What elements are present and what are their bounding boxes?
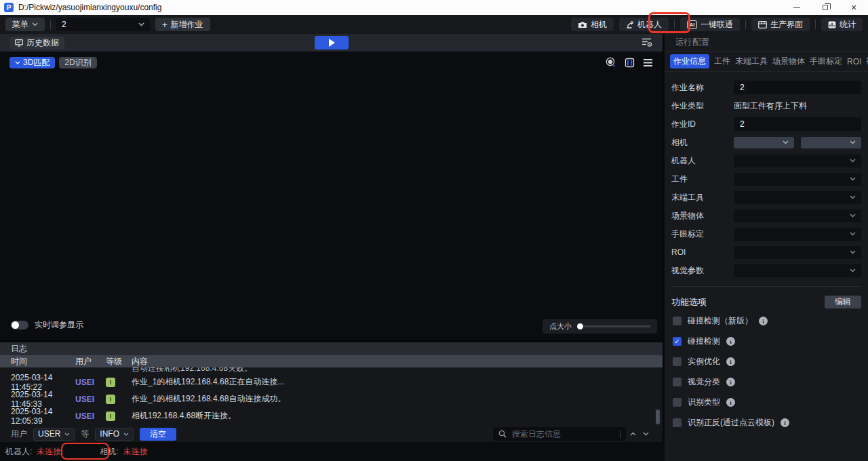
tab-roi[interactable]: ROI [847,57,861,66]
realtime-tuning-row: 实时调参显示 [11,319,83,331]
production-view-label: 生产界面 [770,19,803,31]
log-row[interactable]: 2025-03-14 12:05:39 USEI I 相机192.168.4.6… [0,407,663,424]
maximize-button[interactable] [811,0,840,15]
camera-status-value: 未连接 [123,446,148,458]
end-tool-field-label: 末端工具 [671,192,734,203]
collision-checkbox[interactable]: ✓ [673,337,682,346]
tab-scene-object[interactable]: 场景物体 [772,56,805,67]
chevron-up-icon[interactable] [630,432,636,436]
clear-log-button[interactable]: 清空 [140,428,176,441]
option-collision-new: ✓ 碰撞检测（新版） i [673,315,861,327]
log-row-partial[interactable]: 自动连接相机192.168.4.68失败。 [0,367,663,374]
log-scrollbar-thumb[interactable] [656,409,660,424]
info-icon[interactable]: i [726,357,735,366]
log-body[interactable]: 自动连接相机192.168.4.68失败。 2025-03-14 11:45:2… [0,367,663,426]
chevron-down-icon [850,195,856,199]
hand-eye-select[interactable] [734,228,861,241]
hand-eye-field-label: 手眼标定 [671,228,734,240]
collision-new-checkbox[interactable]: ✓ [673,317,682,325]
point-size-slider[interactable] [577,325,650,327]
vision-classify-checkbox[interactable]: ✓ [673,378,682,386]
production-view-button[interactable]: 生产界面 [751,18,810,31]
log-content: 作业_1的相机192.168.4.68正在自动连接... [132,376,663,388]
3d-viewport[interactable]: 3D匹配 2D识别 实时调参显示 点大小 [0,52,663,340]
main-toolbar: 菜单 2 + 新增作业 相机 机器人 AI 一键联通 生产界面 统计 [0,15,868,34]
display-settings-icon[interactable] [642,37,652,47]
edit-options-button[interactable]: 编辑 [825,296,861,308]
point-size-control: 点大小 [542,319,657,334]
vision-params-select[interactable] [734,264,861,277]
search-icon [498,430,507,438]
minimize-button[interactable] [783,0,811,15]
info-icon[interactable]: i [726,337,735,346]
log-level-filter-select[interactable]: INFO [95,428,134,441]
3d-match-button[interactable]: 3D匹配 [9,57,55,68]
menu-button[interactable]: 菜单 [5,18,45,31]
log-search-input[interactable] [512,429,593,439]
job-id-input[interactable] [734,117,861,131]
chevron-down-icon[interactable] [643,432,649,436]
close-button[interactable]: ✕ [840,0,868,15]
option-instance-optimize: ✓ 实例优化 i [673,356,861,367]
roi-select[interactable] [734,246,861,259]
camera-select-2[interactable] [801,137,861,148]
one-key-connect-label: 一键联通 [701,19,733,31]
chevron-down-icon [850,140,856,144]
log-row[interactable]: 2025-03-14 11:45:22 USEI I 作业_1的相机192.16… [0,374,663,390]
chevron-down-icon [32,22,38,26]
scene-object-field-label: 场景物体 [671,210,734,222]
search-divider [620,430,620,438]
info-icon[interactable]: i [726,378,735,386]
chevron-down-icon [64,433,70,436]
info-icon[interactable]: i [781,418,789,427]
instance-optimize-checkbox[interactable]: ✓ [673,357,682,366]
log-col-time: 时间 [0,356,75,367]
orbit-view-icon[interactable] [605,57,616,68]
2d-recognition-label: 2D识别 [64,57,91,68]
robot-select[interactable] [734,155,861,167]
tab-end-tool[interactable]: 末端工具 [735,56,768,67]
log-panel: 日志 时间 用户 等级 内容 自动连接相机192.168.4.68失败。 202… [0,342,663,442]
robot-button-label: 机器人 [637,19,662,31]
minimize-icon [793,7,800,8]
point-size-label: 点大小 [549,321,572,332]
camera-view-icon[interactable] [624,58,635,68]
new-job-label: 新增作业 [171,19,203,31]
form-row-scene-object: 场景物体 [671,209,861,222]
robot-button[interactable]: 机器人 [619,18,669,31]
workpiece-select[interactable] [734,173,861,186]
ai-icon: AI [687,20,697,29]
job-type-label: 作业类型 [671,100,734,112]
2d-recognition-button[interactable]: 2D识别 [59,57,96,68]
roi-field-label: ROI [671,247,734,257]
one-key-connect-button[interactable]: AI 一键联通 [680,18,740,31]
info-icon[interactable]: i [726,398,735,407]
log-col-user: 用户 [75,356,106,367]
tab-workpiece[interactable]: 工件 [714,56,730,67]
log-user-filter-select[interactable]: USER [33,428,75,441]
new-job-button[interactable]: + 新增作业 [155,18,210,31]
scene-object-select[interactable] [734,209,861,222]
recognition-type-checkbox[interactable]: ✓ [673,398,682,407]
job-id-label: 作业ID [671,119,734,130]
statistics-button[interactable]: 统计 [821,18,863,31]
info-icon[interactable]: i [759,317,768,325]
slider-handle[interactable] [577,323,583,329]
history-data-button[interactable]: 历史数据 [9,37,64,49]
front-back-recognition-checkbox[interactable]: ✓ [673,418,682,427]
run-button[interactable] [315,36,349,49]
menu-button-label: 菜单 [12,19,28,31]
log-search-box[interactable] [493,427,626,441]
camera-button[interactable]: 相机 [571,18,614,31]
job-name-input[interactable] [734,81,861,94]
camera-select-1[interactable] [734,137,794,148]
tab-job-info[interactable]: 作业信息 [670,54,709,68]
log-row[interactable]: 2025-03-14 11:45:33 USEI I 作业_1的相机192.16… [0,390,663,407]
realtime-tuning-toggle[interactable] [11,321,28,329]
end-tool-select[interactable] [734,191,861,204]
log-content: 作业_1的相机192.168.4.68自动连接成功。 [132,393,663,405]
job-select[interactable]: 2 [56,18,150,31]
tab-hand-eye-calib[interactable]: 手眼标定 [810,56,842,67]
log-time: 2025-03-14 11:45:22 [0,373,75,392]
list-menu-icon[interactable] [643,58,653,67]
